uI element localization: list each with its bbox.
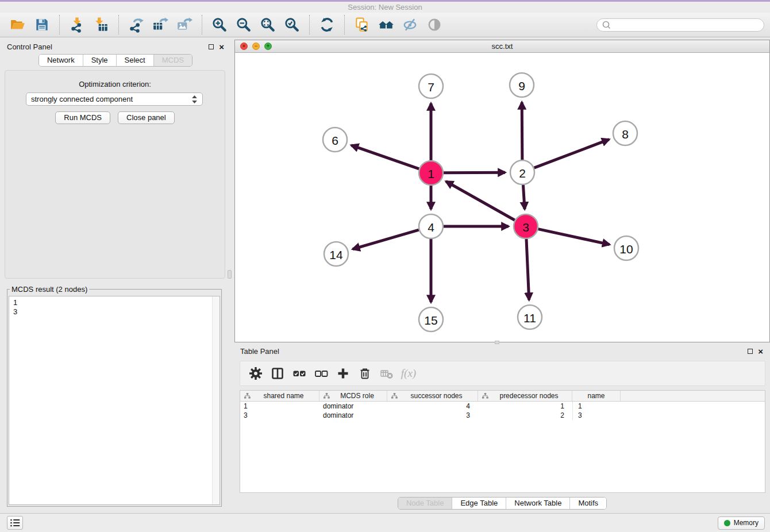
cell-successor-nodes[interactable]: 4 — [387, 402, 478, 411]
tab-style[interactable]: Style — [83, 55, 116, 66]
optimization-criterion-select[interactable]: strongly connected component — [26, 92, 203, 106]
close-panel-button[interactable]: Close panel — [118, 111, 175, 124]
mcds-result-text[interactable]: 1 3 — [9, 296, 220, 505]
columns-icon[interactable] — [268, 364, 287, 383]
window-titlebar: Session: New Session — [0, 2, 770, 13]
table-row[interactable]: 1 dominator 4 1 1 — [240, 402, 765, 411]
result-scrollbar[interactable] — [212, 296, 220, 504]
zoom-in-icon[interactable] — [209, 14, 230, 35]
tab-network-table[interactable]: Network Table — [506, 498, 569, 509]
network-window-titlebar: × − + scc.txt — [235, 40, 769, 53]
memory-button[interactable]: Memory — [718, 516, 765, 530]
node-table: shared name MCDS role successor nodes pr… — [240, 390, 765, 493]
toggle-graphics-details-icon[interactable] — [400, 14, 421, 35]
export-network-icon[interactable] — [126, 14, 147, 35]
cell-name[interactable]: 1 — [572, 402, 621, 411]
optimization-criterion-value: strongly connected component — [31, 95, 191, 103]
node-label-3: 3 — [522, 221, 529, 234]
select-all-icon[interactable] — [290, 364, 309, 383]
eye-icon[interactable] — [424, 14, 445, 35]
node-label-2: 2 — [519, 167, 526, 180]
edge-3-10[interactable] — [538, 229, 609, 245]
mcds-panel: Optimization criterion: strongly connect… — [5, 70, 225, 279]
export-image-icon[interactable] — [174, 14, 195, 35]
import-table-icon[interactable] — [91, 14, 111, 35]
column-header-mcds-role[interactable]: MCDS role — [319, 391, 387, 401]
mcds-result-line: 3 — [9, 307, 220, 317]
tab-edge-table[interactable]: Edge Table — [452, 498, 506, 509]
export-table-icon[interactable] — [150, 14, 171, 35]
namespace-icon — [391, 393, 398, 399]
namespace-icon — [482, 393, 488, 399]
function-builder-icon[interactable]: f(x) — [399, 364, 418, 383]
search-field[interactable] — [596, 18, 764, 32]
column-header-predecessor-nodes[interactable]: predecessor nodes — [478, 391, 572, 401]
cell-predecessor-nodes[interactable]: 1 — [478, 402, 572, 411]
tab-motifs[interactable]: Motifs — [569, 498, 606, 509]
cell-empty — [621, 402, 765, 411]
task-history-icon[interactable] — [7, 516, 23, 530]
table-panel: Table Panel × f(x) — [234, 344, 770, 515]
zoom-selected-icon[interactable] — [282, 14, 302, 35]
edge-3-1[interactable] — [446, 182, 515, 220]
toolbar-separator — [309, 15, 310, 34]
optimization-criterion-label: Optimization criterion: — [5, 80, 225, 88]
network-canvas[interactable]: 1234678910111415 — [235, 53, 769, 341]
table-panel-title: Table Panel — [240, 347, 279, 356]
run-mcds-button[interactable]: Run MCDS — [55, 111, 110, 124]
zoom-fit-icon[interactable] — [257, 14, 278, 35]
edge-2-9[interactable] — [522, 102, 522, 160]
edge-3-11[interactable] — [526, 239, 529, 300]
delete-column-icon[interactable] — [355, 364, 375, 383]
clone-network-icon[interactable] — [352, 14, 372, 35]
tab-node-table[interactable]: Node Table — [398, 498, 452, 509]
control-panel-float-icon[interactable] — [209, 44, 214, 49]
edge-4-14[interactable] — [353, 230, 419, 249]
zoom-out-icon[interactable] — [233, 14, 254, 35]
import-network-icon[interactable] — [67, 14, 87, 35]
network-graph[interactable]: 1234678910111415 — [235, 53, 769, 341]
deselect-all-icon[interactable] — [311, 364, 331, 383]
cell-successor-nodes[interactable]: 3 — [387, 411, 478, 420]
gear-icon[interactable] — [246, 364, 265, 383]
table-panel-close-icon[interactable]: × — [758, 348, 763, 354]
edge-2-8[interactable] — [534, 140, 609, 168]
cell-shared-name[interactable]: 1 — [240, 402, 319, 411]
panel-divider-handle[interactable] — [228, 270, 232, 279]
tab-network[interactable]: Network — [39, 55, 83, 66]
cell-name[interactable]: 3 — [572, 411, 621, 420]
save-icon[interactable] — [32, 14, 52, 35]
home-icon[interactable] — [376, 14, 396, 35]
control-panel-close-icon[interactable]: × — [219, 44, 224, 50]
table-toolbar: f(x) — [240, 361, 765, 386]
refresh-icon[interactable] — [317, 14, 337, 35]
status-bar: Memory — [0, 513, 770, 532]
edge-2-3[interactable] — [523, 185, 525, 209]
cell-predecessor-nodes[interactable]: 2 — [478, 411, 572, 420]
cell-shared-name[interactable]: 3 — [240, 411, 319, 420]
main-toolbar — [0, 13, 770, 37]
table-panel-float-icon[interactable] — [748, 349, 753, 354]
search-icon — [602, 20, 611, 29]
column-header-empty — [621, 391, 765, 401]
column-header-name[interactable]: name — [572, 391, 621, 401]
table-row[interactable]: 3 dominator 3 2 3 — [240, 411, 765, 420]
cell-mcds-role[interactable]: dominator — [319, 411, 387, 420]
tab-select[interactable]: Select — [116, 55, 153, 66]
toolbar-separator — [202, 15, 202, 34]
edge-1-2[interactable] — [444, 172, 505, 173]
column-header-successor-nodes[interactable]: successor nodes — [387, 391, 478, 401]
column-header-shared-name[interactable]: shared name — [240, 391, 319, 401]
toolbar-separator — [59, 15, 60, 34]
open-folder-icon[interactable] — [7, 14, 28, 35]
table-tab-bar: Node Table Edge Table Network Table Moti… — [398, 497, 607, 510]
search-input[interactable] — [614, 21, 759, 29]
node-label-15: 15 — [424, 314, 437, 327]
node-label-7: 7 — [428, 80, 434, 94]
mcds-result-group: MCDS result (2 nodes) 1 3 — [7, 285, 222, 507]
tab-mcds[interactable]: MCDS — [153, 55, 192, 66]
cell-mcds-role[interactable]: dominator — [319, 402, 387, 411]
edge-1-6[interactable] — [351, 145, 419, 169]
add-column-icon[interactable] — [333, 364, 353, 383]
delete-table-icon[interactable] — [377, 364, 396, 383]
